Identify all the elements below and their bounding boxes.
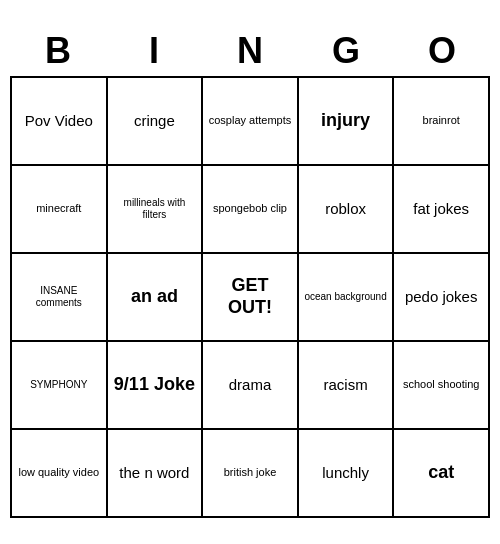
bingo-cell-14: pedo jokes (394, 254, 490, 342)
bingo-cell-24: cat (394, 430, 490, 518)
header-letter: O (394, 26, 490, 76)
bingo-cell-4: brainrot (394, 78, 490, 166)
bingo-cell-19: school shooting (394, 342, 490, 430)
bingo-cell-21: the n word (108, 430, 204, 518)
bingo-card: BINGO Pov Videocringecosplay attemptsinj… (10, 26, 490, 518)
bingo-cell-0: Pov Video (12, 78, 108, 166)
bingo-cell-3: injury (299, 78, 395, 166)
bingo-cell-12: GET OUT! (203, 254, 299, 342)
bingo-cell-13: ocean background (299, 254, 395, 342)
bingo-cell-10: INSANE comments (12, 254, 108, 342)
bingo-cell-8: roblox (299, 166, 395, 254)
bingo-cell-23: lunchly (299, 430, 395, 518)
header-letter: N (202, 26, 298, 76)
bingo-cell-22: british joke (203, 430, 299, 518)
bingo-cell-15: SYMPHONY (12, 342, 108, 430)
bingo-cell-17: drama (203, 342, 299, 430)
bingo-cell-7: spongebob clip (203, 166, 299, 254)
bingo-cell-6: millineals with filters (108, 166, 204, 254)
bingo-cell-16: 9/11 Joke (108, 342, 204, 430)
header-letter: I (106, 26, 202, 76)
header-letter: G (298, 26, 394, 76)
bingo-header: BINGO (10, 26, 490, 76)
header-letter: B (10, 26, 106, 76)
bingo-cell-18: racism (299, 342, 395, 430)
bingo-cell-20: low quality video (12, 430, 108, 518)
bingo-grid: Pov Videocringecosplay attemptsinjurybra… (10, 76, 490, 518)
bingo-cell-5: minecraft (12, 166, 108, 254)
bingo-cell-9: fat jokes (394, 166, 490, 254)
bingo-cell-11: an ad (108, 254, 204, 342)
bingo-cell-1: cringe (108, 78, 204, 166)
bingo-cell-2: cosplay attempts (203, 78, 299, 166)
